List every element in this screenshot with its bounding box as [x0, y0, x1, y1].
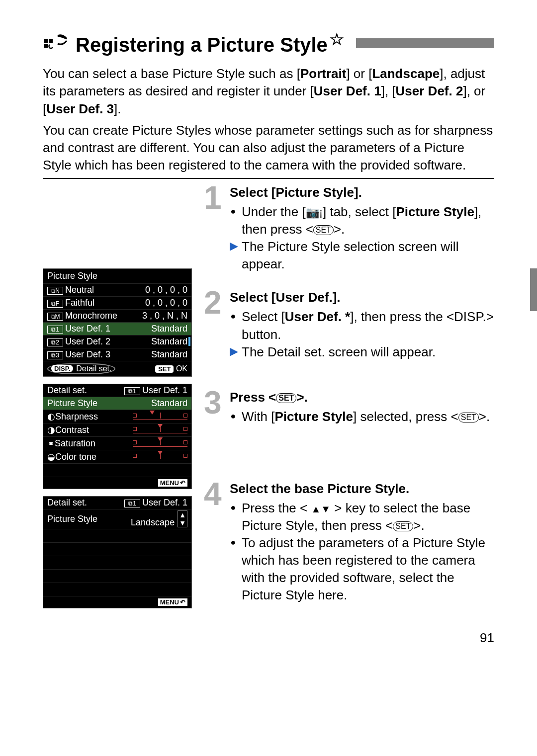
title-decor-bar: [356, 38, 494, 48]
lcd-picture-style-list: Picture Style ⧉NNeutral0 , 0 , 0 , 0 ⧉FF…: [43, 268, 192, 377]
style-code-icon: ⧉1: [124, 500, 140, 507]
list-item-selected: ⧉1User Def. 1Standard: [43, 322, 191, 335]
step-result: ▶ The Picture Style selection screen wil…: [230, 238, 494, 273]
lcd3-header: Detail set. ⧉1User Def. 1: [43, 497, 191, 509]
up-down-key-icon: ▲▼: [311, 503, 331, 516]
list-item: ⧉MMonochrome3 , 0 , N , N: [43, 309, 191, 322]
menu-back-icon: MENU ↶: [158, 598, 187, 606]
slider-colortone: [133, 453, 187, 460]
spinner-icon: ▲▼: [178, 510, 187, 527]
page-number: 91: [43, 630, 494, 646]
list-item: ⧉FFaithful0 , 0 , 0 , 0: [43, 296, 191, 309]
lcd-detail-set: Detail set. ⧉1User Def. 1 Picture StyleS…: [43, 384, 192, 489]
style-code-icon: ⧉2: [47, 338, 63, 346]
step-title: Select [Picture Style].: [230, 184, 494, 201]
step-result: ▶ The Detail set. screen will appear.: [230, 343, 494, 361]
param-row: ◐Sharpness: [43, 410, 191, 423]
slider-saturation: [133, 439, 187, 447]
param-row: ◒Color tone: [43, 450, 191, 463]
step-bullet: ● Under the [📷¡] tab, select [Picture St…: [230, 203, 494, 238]
spacer: [43, 463, 191, 477]
set-button-icon: SET: [393, 521, 413, 531]
disp-button-icon: DISP.: [51, 365, 73, 372]
set-button-icon: SET: [313, 225, 334, 235]
page-heading: Registering a Picture Style☆: [43, 30, 494, 56]
result-arrow-icon: ▶: [230, 238, 237, 273]
scroll-indicator: [188, 337, 190, 346]
step-1: 1 Select [Picture Style]. ● Under the [📷…: [204, 184, 494, 273]
list-item: ⧉3User Def. 3Standard: [43, 348, 191, 361]
bullet-dot-icon: ●: [230, 308, 237, 343]
bullet-dot-icon: ●: [230, 408, 237, 425]
list-item: ⧉NNeutral0 , 0 , 0 , 0: [43, 283, 191, 296]
advanced-star-icon: ☆: [330, 30, 344, 48]
style-code-icon: ⧉M: [47, 313, 63, 321]
contrast-icon: ◑: [47, 425, 55, 435]
list-item: Picture Style Landscape▲▼: [43, 509, 191, 529]
style-code-icon: ⧉1: [47, 326, 63, 334]
step-number: 3: [204, 389, 226, 425]
lcd1-footer: DISP. Detail set. SET OK: [43, 361, 191, 376]
saturation-icon: ⚭: [47, 438, 55, 448]
lcd2-header: Detail set. ⧉1User Def. 1: [43, 384, 191, 397]
svg-rect-0: [44, 39, 48, 43]
intro-paragraph-2: You can create Picture Styles whose para…: [43, 122, 494, 174]
step-title: Press <SET>.: [230, 389, 494, 406]
slider-sharpness: [133, 413, 187, 420]
picture-style-section-icon: [43, 32, 69, 54]
lcd-detail-set-select: Detail set. ⧉1User Def. 1 Picture Style …: [43, 496, 192, 608]
divider: [43, 178, 494, 179]
style-code-icon: ⧉N: [47, 287, 63, 295]
bullet-dot-icon: ●: [230, 203, 237, 238]
colortone-icon: ◒: [47, 452, 55, 462]
intro-paragraph-1: You can select a base Picture Style such…: [43, 65, 494, 117]
lcd2-footer: MENU ↶: [43, 477, 191, 489]
sharpness-icon: ◐: [47, 412, 55, 421]
bullet-dot-icon: ●: [230, 500, 237, 534]
result-arrow-icon: ▶: [230, 343, 237, 361]
spacer: [43, 583, 191, 596]
param-row: ⚭Saturation: [43, 436, 191, 450]
step-number: 1: [204, 184, 226, 273]
detail-set-callout: DISP. Detail set.: [47, 363, 115, 374]
svg-rect-1: [49, 39, 53, 43]
style-code-icon: ⧉F: [47, 300, 63, 308]
spacer: [43, 529, 191, 542]
page-title: Registering a Picture Style☆: [76, 30, 344, 56]
set-button-icon: SET: [276, 393, 296, 403]
bullet-dot-icon: ●: [230, 534, 237, 604]
step-bullet: ● With [Picture Style] selected, press <…: [230, 408, 494, 425]
set-button-icon: SET: [458, 413, 479, 422]
list-item-selected: Picture StyleStandard: [43, 397, 191, 410]
step-title: Select [User Def.].: [230, 289, 494, 306]
step-number: 2: [204, 289, 226, 360]
spacer: [43, 556, 191, 569]
lcd1-title: Picture Style: [43, 269, 191, 283]
step-bullet: ● To adjust the parameters of a Picture …: [230, 534, 494, 604]
step-4: 4 Select the base Picture Style. ● Press…: [204, 480, 494, 604]
spacer: [43, 542, 191, 556]
set-button-icon: SET: [155, 365, 174, 373]
step-3: 3 Press <SET>. ● With [Picture Style] se…: [204, 389, 494, 425]
list-item: ⧉2User Def. 2Standard: [43, 335, 191, 348]
menu-back-icon: MENU ↶: [158, 479, 187, 487]
style-code-icon: ⧉3: [47, 351, 63, 359]
step-bullet: ● Press the < ▲▼ > key to select the bas…: [230, 500, 494, 534]
param-row: ◑Contrast: [43, 423, 191, 436]
step-2: 2 Select [User Def.]. ● Select [User Def…: [204, 289, 494, 360]
style-code-icon: ⧉1: [124, 387, 140, 395]
step-number: 4: [204, 480, 226, 604]
step-bullet: ● Select [User Def. *], then press the <…: [230, 308, 494, 343]
camera-tab-icon: 📷¡: [306, 205, 323, 220]
spacer: [43, 569, 191, 583]
lcd3-footer: MENU ↶: [43, 596, 191, 608]
step-title: Select the base Picture Style.: [230, 480, 494, 498]
section-edge-tab: [530, 268, 537, 311]
slider-contrast: [133, 426, 187, 433]
svg-rect-2: [44, 44, 48, 48]
